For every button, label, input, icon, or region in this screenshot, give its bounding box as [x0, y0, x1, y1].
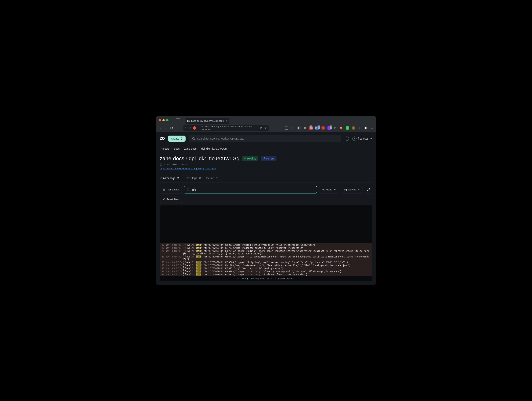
- log-viewer[interactable]: 20 Nov, 03:07:14{"level":"info","ts":173…: [160, 206, 372, 281]
- breadcrumb-docs[interactable]: docs: [174, 147, 180, 150]
- reader-mode-icon[interactable]: [260, 127, 263, 129]
- log-timestamp: 20 Nov, 03:07:14: [162, 264, 183, 267]
- ext-icon-8[interactable]: [346, 126, 349, 130]
- lock-icon: [189, 127, 191, 129]
- log-sources-dropdown[interactable]: log sources: [341, 186, 363, 194]
- ext-icon-7[interactable]: 🍪: [340, 126, 343, 130]
- ext-icon-1[interactable]: F: [297, 126, 301, 130]
- rocket-icon: [263, 157, 265, 160]
- address-bar[interactable]: lab.fkiss.me/project/docs/services/docke…: [183, 125, 269, 131]
- browser-tab[interactable]: ZO zane-docs / tioJeXrwLGg | Zane ×: [186, 118, 229, 124]
- log-line[interactable]: 20 Nov, 03:07:14{"level":"info","ts":173…: [160, 243, 372, 246]
- breadcrumb-service[interactable]: zane-docs: [184, 147, 197, 150]
- tab-runtime-logs[interactable]: Runtime logs: [160, 175, 179, 182]
- log-timestamp: 20 Nov, 03:07:14: [162, 267, 183, 270]
- extension-icons: F 2🛡 U2 ✦2 🎮 🍪 ⚛ ◧: [285, 126, 374, 130]
- log-timestamp: 20 Nov, 03:07:14: [162, 270, 183, 273]
- browser-toolbar: lab.fkiss.me/project/docs/services/docke…: [156, 124, 376, 132]
- log-timestamp: 20 Nov, 03:07:14: [162, 247, 183, 249]
- app-header: ZO Create Search for Service, Worker, CR…: [156, 132, 376, 145]
- log-line[interactable]: 20 Nov, 03:07:14{"level":"info","ts":173…: [160, 264, 372, 267]
- window-controls: [158, 119, 169, 121]
- log-line[interactable]: 20 Nov, 03:07:14{"level":"info","ts":173…: [160, 255, 372, 261]
- extension-puzzle-icon[interactable]: [303, 126, 307, 130]
- breadcrumb-current: dpl_dkr_tioJeXrwLGg: [201, 147, 227, 150]
- ext-icon-11[interactable]: ◧: [364, 126, 367, 130]
- close-window-button[interactable]: [158, 119, 161, 121]
- log-line[interactable]: 20 Nov, 03:07:14{"level":"info","ts":173…: [160, 270, 372, 273]
- svg-point-8: [187, 188, 189, 190]
- brave-icon[interactable]: [193, 126, 196, 130]
- log-filters: Pick a date log levels log sources: [160, 186, 372, 194]
- user-menu[interactable]: fredkisss: [352, 136, 372, 141]
- new-tab-button[interactable]: +: [234, 118, 236, 122]
- back-button[interactable]: [158, 126, 162, 129]
- log-message: {"level":"info","ts":1732068434.9438066,…: [183, 261, 348, 264]
- live-dot-icon: ●: [247, 277, 248, 280]
- hamburger-menu-icon[interactable]: [370, 126, 374, 130]
- log-timestamp: 20 Nov, 03:07:14: [162, 273, 183, 276]
- log-message: {"level":"info","ts":1732068434.9394772,…: [183, 255, 370, 261]
- log-line[interactable]: 20 Nov, 03:07:14{"level":"info","ts":173…: [160, 250, 372, 255]
- minimize-window-button[interactable]: [162, 119, 165, 121]
- ext-icon-6[interactable]: 🎮: [334, 126, 337, 130]
- pocket-icon[interactable]: [285, 126, 288, 130]
- log-line[interactable]: 20 Nov, 03:07:14{"level":"info","ts":173…: [160, 261, 372, 264]
- page-title-row: zane-docs / dpl_dkr_tioJeXrwLGg Healthy …: [160, 155, 372, 162]
- service-url-link[interactable]: https://docs-zane-docs-docker-tiojexrwlg…: [160, 167, 216, 170]
- list-icon: [177, 177, 179, 179]
- forward-button[interactable]: [164, 126, 167, 129]
- date-picker-button[interactable]: Pick a date: [160, 186, 182, 194]
- expand-button[interactable]: [365, 186, 372, 194]
- log-timestamp: 20 Nov, 03:07:14: [162, 250, 183, 255]
- log-line[interactable]: 20 Nov, 03:07:14{"level":"info","ts":173…: [160, 273, 372, 276]
- search-icon: [187, 188, 190, 191]
- download-icon[interactable]: [291, 126, 294, 130]
- ext-icon-9[interactable]: [352, 126, 355, 130]
- ext-icon-3[interactable]: U2: [315, 126, 319, 130]
- log-search-field[interactable]: [184, 186, 317, 194]
- status-badge-current: current: [261, 156, 277, 161]
- chevron-down-icon: [358, 188, 360, 191]
- close-icon: [163, 198, 165, 200]
- username: fredkisss: [358, 137, 368, 140]
- sidebar-toggle-icon[interactable]: [176, 118, 180, 122]
- reload-button[interactable]: [170, 126, 173, 129]
- ext-icon-4[interactable]: [321, 126, 325, 130]
- global-search[interactable]: Search for Service, Worker, CRON, etc...: [189, 135, 341, 142]
- help-button[interactable]: ?: [345, 136, 349, 141]
- close-tab-icon[interactable]: ×: [226, 119, 228, 123]
- page-title: zane-docs / dpl_dkr_tioJeXrwLGg: [160, 155, 240, 162]
- app-viewport: ZO Create Search for Service, Worker, CR…: [156, 132, 376, 285]
- reset-filters-button[interactable]: Reset filters: [160, 196, 182, 203]
- create-button[interactable]: Create: [168, 136, 186, 142]
- search-placeholder: Search for Service, Worker, CRON, etc...: [197, 137, 245, 140]
- log-message: {"level":"info","ts":1732068434.9387546,…: [183, 250, 370, 255]
- svg-point-2: [192, 137, 194, 139]
- log-message: {"level":"info","ts":1732068434.9474823,…: [183, 273, 307, 276]
- deployment-time: 20 Nov 2024, 03:07:12: [160, 163, 372, 166]
- maximize-window-button[interactable]: [166, 119, 169, 121]
- log-search-input[interactable]: [192, 186, 314, 193]
- shield-icon: [185, 127, 188, 129]
- ext-icon-2[interactable]: 2🛡: [309, 126, 313, 130]
- bookmark-star-icon[interactable]: [264, 127, 267, 129]
- app-logo[interactable]: ZO: [160, 136, 165, 141]
- tab-http-logs[interactable]: HTTP logs: [185, 175, 201, 182]
- log-message: {"level":"info","ts":1732068434.9469883,…: [183, 270, 342, 273]
- log-line[interactable]: 20 Nov, 03:07:14{"level":"info","ts":173…: [160, 267, 372, 270]
- breadcrumb-projects[interactable]: Projects: [160, 147, 169, 150]
- ext-icon-5[interactable]: ✦2: [328, 126, 331, 130]
- svg-point-3: [354, 138, 355, 139]
- tab-overflow-button[interactable]: [371, 119, 374, 122]
- chevron-down-icon[interactable]: [198, 127, 200, 129]
- log-levels-dropdown[interactable]: log levels: [319, 186, 339, 194]
- titlebar: ZO zane-docs / tioJeXrwLGg | Zane × +: [156, 116, 376, 124]
- ext-icon-10[interactable]: ⚛: [358, 126, 361, 130]
- expand-icon: [367, 188, 370, 191]
- log-line[interactable]: 20 Nov, 03:07:14{"level":"info","ts":173…: [160, 246, 372, 250]
- log-message: {"level":"info","ts":1732068434.9377372,…: [183, 247, 305, 249]
- chevron-down-icon: [334, 188, 336, 191]
- history-icon: [160, 163, 162, 166]
- tab-details[interactable]: Details: [206, 175, 219, 182]
